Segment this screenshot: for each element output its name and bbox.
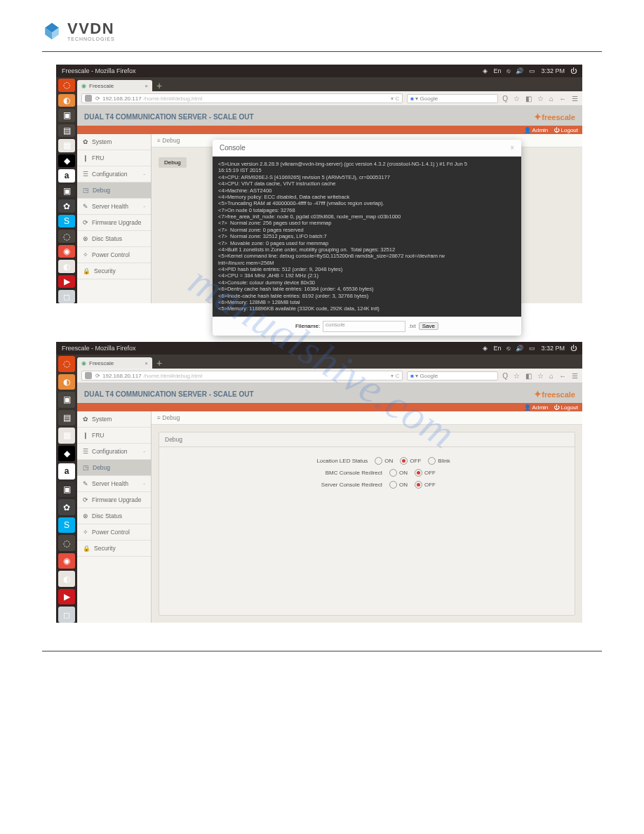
launcher-app-icon[interactable]: ▤ — [58, 124, 75, 138]
radio-option[interactable]: ON — [375, 457, 393, 465]
toolbar-menu-icon[interactable]: ☰ — [572, 95, 578, 102]
indicator-battery-icon: ▭ — [529, 345, 535, 352]
sidebar-item-system[interactable]: ✿System — [77, 411, 151, 428]
search-bar[interactable]: ■ ▾ Google — [407, 371, 498, 380]
launcher-settings-icon[interactable]: ✿ — [58, 199, 75, 213]
brand-logo: VVDN TECHNOLOGIES — [42, 21, 602, 47]
launcher-app-icon[interactable]: ▤ — [58, 410, 75, 426]
radio-icon[interactable] — [389, 469, 397, 477]
launcher-skype-icon[interactable]: S — [58, 215, 75, 228]
toolbar-home-icon[interactable]: ⌂ — [549, 372, 554, 380]
app-title: DUAL T4 COMMUNICATION SERVER - SCALE OUT — [84, 113, 254, 121]
toolbar-download-icon[interactable]: ◧ — [525, 372, 532, 380]
launcher-terminal-icon[interactable]: ▣ — [58, 185, 75, 198]
sidebar-item-configuration[interactable]: ☰Configuration- — [77, 444, 151, 460]
sidebar-item-debug[interactable]: ◳Debug — [77, 460, 151, 476]
toolbar-search-icon[interactable]: Q — [502, 372, 508, 380]
launcher-youtube-icon[interactable]: ▶ — [58, 275, 75, 289]
sidebar-item-security[interactable]: 🔒Security — [77, 541, 151, 557]
radio-icon[interactable] — [375, 457, 382, 465]
launcher-app-icon[interactable]: ◌ — [58, 535, 75, 551]
browser-tab[interactable]: ◉ Freescale × — [77, 80, 152, 91]
indicator-sound-icon: 🔊 — [516, 345, 523, 352]
radio-icon[interactable] — [400, 457, 408, 465]
launcher-settings-icon[interactable]: ✿ — [58, 499, 75, 515]
launcher-app-icon[interactable]: ◆ — [58, 154, 75, 168]
toolbar-star-icon[interactable]: ☆ — [537, 372, 544, 380]
user-admin[interactable]: 👤 Admin — [524, 127, 548, 133]
toolbar-bookmark-icon[interactable]: ☆ — [514, 372, 520, 380]
radio-option[interactable]: OFF — [415, 469, 436, 477]
logout-link[interactable]: ⏻ Logout — [554, 404, 578, 411]
logout-link[interactable]: ⏻ Logout — [554, 127, 578, 133]
launcher-app-icon[interactable]: ◉ — [58, 245, 75, 258]
indicator-lang-icon: En — [493, 67, 501, 74]
sidebar: ✿System ❙FRU ☰Configuration- ◳Debug ✎Ser… — [77, 411, 152, 623]
user-admin[interactable]: 👤 Admin — [524, 404, 548, 411]
launcher-app-icon[interactable]: ▦ — [58, 139, 75, 152]
launcher-ubuntu-icon[interactable]: ◌ — [58, 356, 75, 372]
radio-icon[interactable] — [415, 481, 422, 489]
launcher-firefox-icon[interactable]: ◐ — [58, 94, 75, 107]
launcher-app-icon[interactable]: ◐ — [58, 260, 75, 273]
launcher-app-icon[interactable]: ◐ — [58, 571, 75, 587]
app-title: DUAL T4 COMMUNICATION SERVER - SCALE OUT — [84, 390, 254, 398]
indicator-battery-icon: ▭ — [529, 67, 535, 74]
launcher-drive-icon[interactable]: ◻ — [58, 607, 75, 623]
radio-icon[interactable] — [428, 457, 436, 465]
launcher-drive-icon[interactable]: ◻ — [58, 290, 75, 303]
new-tab-button[interactable]: + — [152, 357, 166, 369]
new-tab-button[interactable]: + — [152, 80, 166, 91]
launcher-amazon-icon[interactable]: a — [58, 463, 75, 479]
form-label: Location LED Status — [283, 458, 368, 464]
clock: 3:32 PM — [541, 67, 565, 74]
toolbar-bookmark-icon[interactable]: ☆ — [514, 95, 520, 102]
toolbar-home-icon[interactable]: ⌂ — [549, 95, 554, 102]
radio-option[interactable]: ON — [389, 469, 408, 477]
sidebar-item-fru[interactable]: ❙FRU — [77, 428, 151, 444]
form-label: Server Console Redirect — [298, 482, 382, 488]
window-title: Freescale - Mozilla Firefox — [62, 67, 136, 74]
launcher-amazon-icon[interactable]: a — [58, 169, 75, 183]
tab-close-icon[interactable]: × — [145, 360, 148, 366]
launcher-ubuntu-icon[interactable]: ◌ — [58, 79, 75, 92]
radio-icon[interactable] — [415, 469, 422, 477]
launcher-app-icon[interactable]: ▦ — [58, 428, 75, 444]
radio-icon[interactable] — [389, 481, 397, 489]
console-output: <5>Linux version 2.8.28.9 (vikram@vvdn-b… — [213, 157, 521, 317]
search-bar[interactable]: ■ ▾ Google — [407, 94, 498, 103]
save-button[interactable]: Save — [419, 322, 438, 330]
launcher-app-icon[interactable]: ◆ — [58, 446, 75, 462]
launcher-terminal-icon[interactable]: ▣ — [58, 482, 75, 498]
filename-input[interactable]: console — [323, 321, 405, 332]
launcher-firefox-icon[interactable]: ◐ — [58, 374, 75, 390]
radio-option[interactable]: OFF — [400, 457, 421, 465]
radio-option[interactable]: OFF — [415, 481, 436, 489]
indicator-power-icon: ⏻ — [570, 345, 577, 352]
toolbar-prev-icon[interactable]: ← — [559, 372, 566, 380]
launcher-files-icon[interactable]: ▣ — [58, 392, 75, 408]
launcher-app-icon[interactable]: ◌ — [58, 230, 75, 243]
toolbar-prev-icon[interactable]: ← — [559, 95, 566, 102]
url-bar[interactable]: ⟳ 192.168.20.117/home.html#debug.html ▾ … — [81, 93, 403, 103]
toolbar-search-icon[interactable]: Q — [502, 95, 508, 102]
sidebar-item-power-control[interactable]: ✧Power Control — [77, 524, 151, 541]
radio-option[interactable]: ON — [389, 481, 408, 489]
toolbar-menu-icon[interactable]: ☰ — [572, 372, 578, 380]
radio-option[interactable]: Blink — [428, 457, 450, 465]
modal-close-icon[interactable]: × — [510, 144, 514, 152]
sidebar-item-disc-status[interactable]: ⊗Disc Status — [77, 508, 151, 524]
browser-tab[interactable]: ◉ Freescale × — [77, 357, 152, 369]
indicator-power-icon: ⏻ — [570, 67, 577, 74]
tab-close-icon[interactable]: × — [145, 83, 148, 89]
url-bar[interactable]: ⟳ 192.168.20.117/home.html#debug.html ▾ … — [81, 371, 403, 380]
sidebar-item-server-health[interactable]: ✎Server Health- — [77, 476, 151, 492]
toolbar-download-icon[interactable]: ◧ — [525, 95, 532, 102]
launcher-files-icon[interactable]: ▣ — [58, 109, 75, 122]
console-modal: Console × <5>Linux version 2.8.28.9 (vik… — [213, 140, 521, 336]
launcher-youtube-icon[interactable]: ▶ — [58, 589, 75, 605]
launcher-skype-icon[interactable]: S — [58, 517, 75, 534]
toolbar-star-icon[interactable]: ☆ — [537, 95, 544, 102]
sidebar-item-firmware[interactable]: ⟳Firmware Upgrade — [77, 492, 151, 508]
launcher-app-icon[interactable]: ◉ — [58, 553, 75, 569]
